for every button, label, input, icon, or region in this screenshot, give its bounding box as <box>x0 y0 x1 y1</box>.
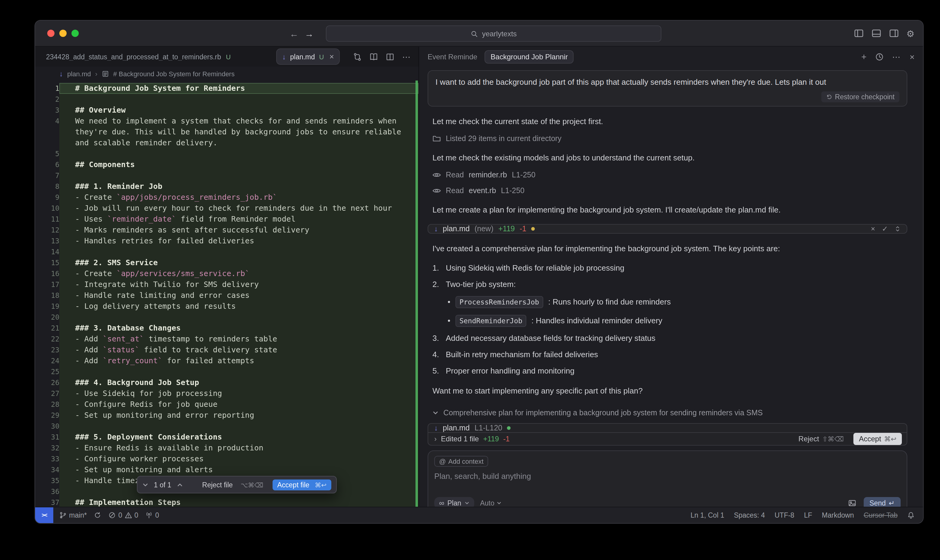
editor-row[interactable]: 2 <box>35 94 419 105</box>
editor-row[interactable]: 24- Add `retry_count` for failed attempt… <box>35 355 419 366</box>
nav-forward-button[interactable]: → <box>305 28 314 38</box>
accept-file-button[interactable]: Accept file ⌘↩ <box>272 479 331 490</box>
minimize-window-button[interactable] <box>59 30 66 37</box>
file-edit-card[interactable]: ↓ plan.md (new) +119 -1 × ✓ <box>428 224 907 234</box>
search-bar[interactable]: yearlytexts <box>326 25 661 42</box>
prev-change-icon[interactable] <box>142 482 148 488</box>
sync-item[interactable] <box>94 512 102 519</box>
editor-row[interactable]: 23- Add `status` field to track delivery… <box>35 345 419 355</box>
ports-item[interactable]: 0 <box>145 512 159 519</box>
close-window-button[interactable] <box>47 30 54 37</box>
editor-row[interactable]: 4We need to implement a system that chec… <box>35 115 419 126</box>
editor-row[interactable]: 11- Uses `reminder_date` field from Remi… <box>35 214 419 225</box>
cursor-tab-toggle[interactable]: Cursor Tab <box>864 512 898 519</box>
keep-file-icon[interactable]: ✓ <box>882 225 888 233</box>
editor-row[interactable]: 12- Marks reminders as sent after succes… <box>35 225 419 235</box>
editor-row[interactable]: 26### 4. Background Job Setup <box>35 377 419 388</box>
mode-selector[interactable]: ∞ Plan <box>434 497 474 507</box>
restore-checkpoint-button[interactable]: Restore checkpoint <box>821 91 900 102</box>
editor-row[interactable]: 14 <box>35 246 419 257</box>
chat-close-icon[interactable]: × <box>910 52 915 62</box>
editor-row[interactable]: 7 <box>35 170 419 181</box>
zoom-window-button[interactable] <box>71 30 79 37</box>
editor-row[interactable]: 15### 2. SMS Service <box>35 257 419 268</box>
editor-row[interactable]: 20 <box>35 312 419 323</box>
editor-row[interactable]: 30 <box>35 421 419 432</box>
editor-row[interactable]: 1# Background Job System for Reminders <box>35 83 419 94</box>
reject-file-button[interactable]: Reject file <box>202 481 233 488</box>
plan-file-row[interactable]: ↓ plan.md L1-L120 <box>428 423 907 432</box>
nav-back-button[interactable]: ← <box>290 28 299 38</box>
toggle-bottom-panel-icon[interactable] <box>871 28 881 38</box>
chat-input-placeholder[interactable]: Plan, search, build anything <box>434 472 901 481</box>
editor-row[interactable]: 33- Configure worker processes <box>35 454 419 465</box>
reject-button[interactable]: Reject ⇧⌘⌫ <box>798 435 844 443</box>
editor-row[interactable]: 21### 3. Database Changes <box>35 323 419 334</box>
editor-row[interactable]: 18- Handle rate limiting and error cases <box>35 290 419 301</box>
git-branch-item[interactable]: main* <box>59 512 87 519</box>
send-button[interactable]: Send ↵ <box>863 497 901 507</box>
next-change-icon[interactable] <box>177 482 183 488</box>
editor-row[interactable]: 31### 5. Deployment Considerations <box>35 432 419 443</box>
eol-item[interactable]: LF <box>804 512 812 519</box>
editor-row[interactable]: 9- Create `app/jobs/process_reminders_jo… <box>35 192 419 203</box>
tool-call-read-reminder[interactable]: Read reminder.rb L1-250 <box>428 171 907 179</box>
breadcrumb-file[interactable]: plan.md <box>67 70 91 77</box>
more-actions-icon[interactable]: ⋯ <box>402 52 411 62</box>
editor-row[interactable]: 8### 1. Reminder Job <box>35 181 419 192</box>
tab-close-icon[interactable]: × <box>330 52 334 61</box>
breadcrumb[interactable]: ↓ plan.md › # Background Job System for … <box>35 66 419 80</box>
problems-item[interactable]: 0 0 <box>109 512 139 519</box>
indentation-item[interactable]: Spaces: 4 <box>734 512 765 519</box>
split-editor-icon[interactable] <box>386 52 394 61</box>
open-preview-icon[interactable] <box>370 52 378 61</box>
chat-tab-previous[interactable]: Event Reminde <box>428 52 477 61</box>
editor-row[interactable]: 13- Handles retries for failed deliverie… <box>35 235 419 246</box>
editor[interactable]: 1# Background Job System for Reminders23… <box>35 80 419 507</box>
editor-row[interactable]: they're due. This will be handled by bac… <box>35 126 419 137</box>
editor-row[interactable]: 3## Overview <box>35 105 419 115</box>
editor-row[interactable]: 25 <box>35 366 419 377</box>
encoding-item[interactable]: UTF-8 <box>775 512 794 519</box>
editor-row[interactable]: 29- Set up monitoring and error reportin… <box>35 410 419 421</box>
editor-row[interactable]: 19- Log delivery attempts and results <box>35 301 419 312</box>
notifications-bell-icon[interactable] <box>907 512 915 519</box>
chat-input[interactable]: @ Add context Plan, search, build anythi… <box>428 451 907 507</box>
breadcrumb-symbol[interactable]: # Background Job System for Reminders <box>113 70 235 77</box>
editor-row[interactable]: 6## Components <box>35 159 419 170</box>
language-mode-item[interactable]: Markdown <box>822 512 854 519</box>
editor-row[interactable]: 27- Use Sidekiq for job processing <box>35 388 419 399</box>
tool-call-read-event[interactable]: Read event.rb L1-250 <box>428 186 907 195</box>
tab-migration-file[interactable]: 234428_add_status_and_processed_at_to_re… <box>35 47 268 66</box>
editor-row[interactable]: 5 <box>35 148 419 159</box>
git-compare-icon[interactable] <box>353 52 362 61</box>
editor-row[interactable]: 22- Add `sent_at` timestamp to reminders… <box>35 334 419 345</box>
editor-row[interactable]: 17- Integrate with Twilio for SMS delive… <box>35 279 419 290</box>
editor-row[interactable]: 16- Create `app/services/sms_service.rb` <box>35 268 419 279</box>
editor-row[interactable]: 32- Ensure Redis is available in product… <box>35 443 419 454</box>
toggle-right-sidebar-icon[interactable] <box>889 28 898 38</box>
chat-history-icon[interactable] <box>875 52 884 61</box>
collapse-summary[interactable]: Comprehensive plan for implementing a ba… <box>428 397 907 417</box>
tool-call-listed[interactable]: Listed 29 items in current directory <box>428 134 907 143</box>
expand-file-icon[interactable] <box>895 226 901 232</box>
accept-button[interactable]: Accept ⌘↩ <box>854 433 902 445</box>
chevron-right-icon[interactable]: › <box>434 435 437 443</box>
editor-row[interactable]: 10- Job will run every hour to check for… <box>35 203 419 214</box>
chat-tab-current[interactable]: Background Job Plannir <box>485 50 574 63</box>
add-context-chip[interactable]: @ Add context <box>434 456 488 467</box>
toggle-left-sidebar-icon[interactable] <box>854 28 863 38</box>
editor-row[interactable]: 28- Configure Redis for job queue <box>35 399 419 410</box>
new-chat-icon[interactable]: + <box>861 51 867 62</box>
image-attach-icon[interactable] <box>848 499 856 507</box>
settings-gear-button[interactable]: ⚙ <box>906 29 915 38</box>
user-message[interactable]: I want to add the background job part of… <box>428 70 907 106</box>
model-selector[interactable]: Auto <box>480 500 501 507</box>
chat-more-icon[interactable]: ⋯ <box>892 52 901 62</box>
editor-row[interactable]: 34- Set up monitoring and alerts <box>35 465 419 475</box>
editor-row[interactable]: 37## Implementation Steps <box>35 497 419 507</box>
remote-window-button[interactable]: >< <box>35 507 53 523</box>
tab-plan-md[interactable]: ↓ plan.md U × <box>276 48 340 65</box>
discard-file-icon[interactable]: × <box>871 225 875 233</box>
editor-row[interactable]: and scalable reminder delivery. <box>35 137 419 148</box>
